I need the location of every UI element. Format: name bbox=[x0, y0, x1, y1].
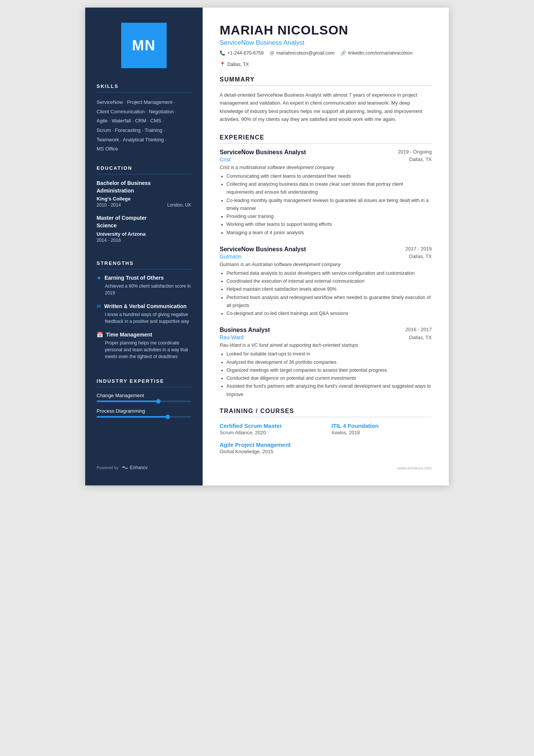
star-icon: ★ bbox=[97, 275, 101, 281]
strength-header-1: ★ Earning Trust of Others bbox=[97, 275, 191, 281]
bullet: Providing user training bbox=[226, 213, 432, 221]
exp-dates-1: 2019 - Ongoing bbox=[398, 149, 432, 155]
candidate-job-title: ServiceNow Business Analyst bbox=[220, 39, 432, 47]
exp-company-row-1: Crist Dallas, TX bbox=[220, 157, 432, 163]
phone-icon: 📞 bbox=[220, 50, 225, 56]
bullet: Performed data analysis to assist develo… bbox=[226, 269, 432, 277]
strength-title-2: Written & Verbal Communication bbox=[104, 303, 187, 309]
contact-email: @ mariahnicolson@gmail.com bbox=[270, 50, 334, 56]
location-icon: 📍 bbox=[220, 62, 225, 67]
strength-desc-1: Achieved a 90% client satisfaction score… bbox=[97, 283, 191, 296]
experience-title: EXPERIENCE bbox=[220, 134, 432, 141]
strength-desc-2: I know a hundred ways of giving negative… bbox=[97, 311, 191, 325]
exp-header-1: ServiceNow Business Analyst 2019 - Ongoi… bbox=[220, 149, 432, 156]
bullet: Looked for suitable start-ups to invest … bbox=[226, 350, 432, 358]
exp-bullets-3: Looked for suitable start-ups to invest … bbox=[220, 350, 432, 399]
expertise-label-2: Process Diagramming bbox=[97, 408, 191, 414]
location-text: Dallas, TX bbox=[227, 62, 249, 67]
name-title-block: MARIAH NICOLSON ServiceNow Business Anal… bbox=[220, 23, 432, 47]
phone-text: +1-244-670-6759 bbox=[227, 50, 264, 56]
training-meta-1: Scrum Alliance, 2020 bbox=[220, 430, 320, 435]
exp-company-row-3: Rau-Ward Dallas, TX bbox=[220, 334, 432, 340]
expertise-section: INDUSTRY EXPERTISE Change Management Pro… bbox=[97, 378, 191, 424]
summary-title: SUMMARY bbox=[220, 76, 432, 83]
exp-header-2: ServiceNow Business Analyst 2017 - 2019 bbox=[220, 246, 432, 253]
enhancv-icon bbox=[122, 465, 128, 470]
edu-school-1: King's College bbox=[97, 196, 191, 202]
training-name-1: Certified Scrum Master bbox=[220, 423, 320, 429]
avatar: MN bbox=[121, 23, 167, 68]
bar-container-2 bbox=[97, 416, 191, 418]
training-title: TRAINING / COURSES bbox=[220, 408, 432, 415]
enhancv-logo: Enhancv bbox=[122, 465, 148, 470]
exp-location-2: Dallas, TX bbox=[409, 254, 432, 259]
exp-block-1: ServiceNow Business Analyst 2019 - Ongoi… bbox=[220, 149, 432, 237]
education-title: EDUCATION bbox=[97, 165, 191, 171]
exp-company-1: Crist bbox=[220, 157, 231, 163]
edu-block-1: Bachelor of BusinessAdministration King'… bbox=[97, 180, 191, 208]
training-meta-3: Global Knowledge, 2015 bbox=[220, 449, 320, 454]
website-text: www.enhancv.com bbox=[397, 466, 432, 470]
edu-location-1: London, UK bbox=[167, 202, 191, 208]
linkedin-text: linkedin.com/in/mariahnicolson bbox=[348, 50, 412, 56]
contact-location: 📍 Dallas, TX bbox=[220, 62, 249, 67]
exp-location-1: Dallas, TX bbox=[409, 157, 432, 162]
exp-dates-2: 2017 - 2019 bbox=[406, 246, 432, 252]
bullet: Coordinated the execution of internal an… bbox=[226, 277, 432, 285]
edu-years-2: 2014 - 2016 bbox=[97, 238, 121, 243]
bullet: Assisted the fund's partners with analyz… bbox=[226, 382, 432, 399]
training-item-3: Agile Project Management Global Knowledg… bbox=[220, 441, 320, 454]
strength-header-2: ✉ Written & Verbal Communication bbox=[97, 303, 191, 309]
bullet: Performed team analysis and redesigned w… bbox=[226, 294, 432, 310]
exp-block-2: ServiceNow Business Analyst 2017 - 2019 … bbox=[220, 246, 432, 318]
training-item-2: ITIL 4 Foundation Axelos, 2018 bbox=[331, 423, 432, 435]
edu-degree-1: Bachelor of BusinessAdministration bbox=[97, 180, 191, 194]
training-grid: Certified Scrum Master Scrum Alliance, 2… bbox=[220, 423, 432, 454]
edu-meta-1: 2010 - 2014 London, UK bbox=[97, 202, 191, 208]
exp-header-3: Business Analyst 2016 - 2017 bbox=[220, 327, 432, 333]
bullet: Collecting and analyzing business data t… bbox=[226, 180, 432, 197]
calendar-icon: 📅 bbox=[97, 332, 103, 338]
exp-description-3: Rau-Ward is a VC fund aimed at supportin… bbox=[220, 343, 432, 348]
bullet: Working with other teams to support test… bbox=[226, 221, 432, 229]
strength-header-3: 📅 Time Management bbox=[97, 332, 191, 338]
exp-dates-3: 2016 - 2017 bbox=[406, 327, 432, 332]
strengths-section: STRENGTHS ★ Earning Trust of Others Achi… bbox=[97, 260, 191, 367]
expertise-item-2: Process Diagramming bbox=[97, 408, 191, 418]
expertise-label-1: Change Management bbox=[97, 393, 191, 398]
bullet: Co-leading monthly quality management re… bbox=[226, 197, 432, 213]
strength-title-3: Time Management bbox=[106, 332, 152, 338]
skills-text: ServiceNow · Project Management · Client… bbox=[97, 98, 191, 154]
strength-title-1: Earning Trust of Others bbox=[105, 275, 164, 281]
skills-section: SKILLS ServiceNow · Project Management ·… bbox=[97, 83, 191, 165]
linkedin-icon: 🔗 bbox=[340, 50, 346, 56]
exp-company-3: Rau-Ward bbox=[220, 334, 244, 340]
training-section: TRAINING / COURSES Certified Scrum Maste… bbox=[220, 408, 432, 454]
bullet: Co-designed and co-led client trainings … bbox=[226, 310, 432, 318]
skills-title: SKILLS bbox=[97, 83, 191, 89]
exp-description-1: Crist is a multinational software develo… bbox=[220, 165, 432, 170]
contact-bar: 📞 +1-244-670-6759 @ mariahnicolson@gmail… bbox=[220, 50, 432, 67]
exp-company-row-2: Gutmann Dallas, TX bbox=[220, 254, 432, 260]
exp-bullets-1: Communicating with client teams to under… bbox=[220, 172, 432, 237]
experience-section: EXPERIENCE ServiceNow Business Analyst 2… bbox=[220, 134, 432, 399]
bar-dot-1 bbox=[156, 399, 161, 404]
bullet: Conducted due diligence on potential and… bbox=[226, 374, 432, 382]
exp-description-2: Gutmann is an Australian software develo… bbox=[220, 262, 432, 267]
bar-dot-2 bbox=[166, 415, 170, 419]
strengths-title: STRENGTHS bbox=[97, 260, 191, 266]
contact-linkedin: 🔗 linkedin.com/in/mariahnicolson bbox=[340, 50, 412, 56]
bullet: Communicating with client teams to under… bbox=[226, 172, 432, 180]
training-meta-2: Axelos, 2018 bbox=[331, 430, 432, 435]
email-icon: @ bbox=[270, 50, 274, 56]
bar-fill-2 bbox=[97, 416, 168, 418]
main-footer: www.enhancv.com bbox=[220, 466, 432, 470]
bar-fill-1 bbox=[97, 401, 158, 402]
edu-years-1: 2010 - 2014 bbox=[97, 202, 121, 208]
bullet: Analyzed the development of 36 portfolio… bbox=[226, 358, 432, 366]
training-name-3: Agile Project Management bbox=[220, 441, 320, 448]
edu-degree-2: Master of ComputerScience bbox=[97, 214, 191, 229]
envelope-icon: ✉ bbox=[97, 303, 101, 309]
expertise-item-1: Change Management bbox=[97, 393, 191, 402]
powered-by-text: Powered by bbox=[97, 465, 119, 470]
